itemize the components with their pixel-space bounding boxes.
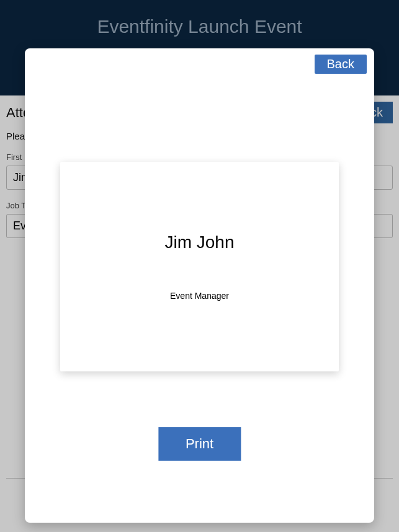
badge-job-title: Event Manager xyxy=(170,291,229,301)
badge-name: Jim John xyxy=(164,233,234,252)
modal-back-button[interactable]: Back xyxy=(315,55,367,74)
print-button[interactable]: Print xyxy=(158,427,241,461)
badge-card: Jim John Event Manager xyxy=(60,162,339,371)
badge-preview-modal: Back Jim John Event Manager Print xyxy=(25,48,374,523)
